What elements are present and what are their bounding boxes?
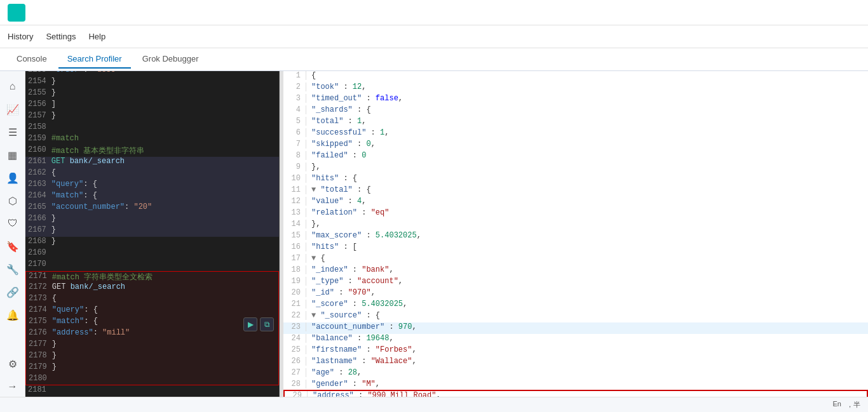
status-right: En ，半 <box>833 400 860 409</box>
output-line-number: 3 <box>283 94 306 103</box>
output-line-number: 25 <box>283 345 306 354</box>
sidebar-icon-tools[interactable]: 🔧 <box>3 259 23 279</box>
output-line-number: 6 <box>283 128 306 137</box>
editor-line: 2167 } <box>25 225 279 237</box>
expand-icon[interactable]: ▼ <box>311 185 320 194</box>
line-code: "address": "mill" <box>52 328 130 340</box>
output-line-code: "gender" : "M", <box>306 380 380 389</box>
editor-line: 2159#match <box>25 134 279 145</box>
editor-content[interactable]: 21412142#基本查询示例2143GET bank/_search2144{… <box>25 71 279 397</box>
line-code: "query": { <box>51 180 97 191</box>
output-line-number: 18 <box>283 265 306 274</box>
output-line-number: 5 <box>283 117 306 126</box>
output-line-code: "_score" : 5.4032025, <box>306 300 407 309</box>
output-line-number: 13 <box>283 208 306 217</box>
nav-settings[interactable]: Settings <box>46 29 76 44</box>
output-line: 8 "failed" : 0 <box>283 151 868 163</box>
line-number: 2155 <box>25 88 51 100</box>
sidebar-icon-user[interactable]: 👤 <box>3 168 23 188</box>
line-number: 2161 <box>25 157 51 168</box>
output-line-code: "balance" : 19648, <box>306 334 394 343</box>
sidebar-icon-arrow[interactable]: → <box>3 376 23 397</box>
line-number: 2167 <box>25 225 51 237</box>
nav-history[interactable]: History <box>8 29 33 44</box>
run-button[interactable]: ▶ <box>243 317 257 331</box>
sidebar-icon-apps[interactable]: ⬡ <box>3 190 23 211</box>
editor-line: 2180 <box>25 374 279 385</box>
status-bar: En ，半 <box>0 397 868 412</box>
tab-console[interactable]: Console <box>8 50 56 69</box>
line-code: GET bank/_search <box>52 282 125 294</box>
editor-line: 2177 } <box>25 340 279 351</box>
output-line-code: "account_number" : 970, <box>306 322 417 331</box>
editor-line: 2166 } <box>25 214 279 225</box>
sidebar-icon-shield[interactable]: 🛡 <box>3 213 23 234</box>
editor-line: 2164 "match": { <box>25 191 279 203</box>
sidebar-icon-list[interactable]: ☰ <box>3 122 23 142</box>
editor-line: 2173 { <box>25 294 279 305</box>
expand-icon[interactable]: ▼ <box>311 254 320 263</box>
line-number: 2158 <box>25 123 51 134</box>
line-number: 2164 <box>25 191 51 203</box>
editor-line: 2154 } <box>25 77 279 88</box>
sidebar-icon-link[interactable]: 🔗 <box>3 282 23 302</box>
tab-grok-debugger[interactable]: Grok Debugger <box>133 50 208 69</box>
output-line-number: 22 <box>283 311 306 320</box>
sidebar-icon-alert[interactable]: 🔔 <box>3 305 23 325</box>
output-line: 3 "timed_out" : false, <box>283 94 868 105</box>
line-number: 2171 <box>26 272 52 282</box>
output-line: 29 "address" : "990 Mill Road", <box>285 391 867 397</box>
output-line: 21 "_score" : 5.4032025, <box>283 300 868 311</box>
output-line-number: 2 <box>283 83 306 91</box>
output-line-code: "failed" : 0 <box>306 151 366 160</box>
output-line-code: "_type" : "account", <box>306 277 403 286</box>
output-line-code: }, <box>306 163 320 171</box>
editor-line: 2178 } <box>25 351 279 362</box>
copy-button[interactable]: ⧉ <box>260 317 274 331</box>
line-code: } <box>51 111 56 123</box>
tab-search-profiler[interactable]: Search Profiler <box>58 50 131 69</box>
output-line-number: 15 <box>283 231 306 240</box>
app-logo <box>8 4 25 22</box>
line-code: } <box>52 362 57 374</box>
output-line-number: 21 <box>283 300 306 309</box>
editor-line: 2162{ <box>25 168 279 180</box>
line-code: ] <box>51 100 56 111</box>
sidebar-icon-home[interactable]: ⌂ <box>3 76 23 96</box>
sidebar-icon-analytics[interactable]: 📈 <box>3 99 23 119</box>
expand-icon[interactable]: ▼ <box>311 311 320 320</box>
output-line-code: { <box>306 71 316 80</box>
editor-line: 2155 } <box>25 88 279 100</box>
line-number: 2168 <box>25 237 51 248</box>
output-line-code: "lastname" : "Wallace", <box>306 357 417 366</box>
output-line: 26 "lastname" : "Wallace", <box>283 357 868 368</box>
line-number: 2178 <box>26 351 52 362</box>
output-line-number: 29 <box>285 391 308 397</box>
editor-line: 2175 "match": { <box>25 317 279 328</box>
editor-line: 2165 "account_number": "20" <box>25 203 279 214</box>
editor-line: 2179 } <box>25 362 279 374</box>
line-code: } <box>51 77 56 88</box>
line-code: } <box>51 214 56 225</box>
sidebar-icon-bookmark[interactable]: 🔖 <box>3 236 23 256</box>
output-line-code: "took" : 12, <box>306 83 366 91</box>
line-number: 2173 <box>26 294 52 305</box>
output-line-code: }, <box>306 220 320 229</box>
output-line: 16 "hits" : [ <box>283 243 868 254</box>
line-code: } <box>51 88 56 100</box>
sidebar-icon-settings[interactable]: ⚙ <box>3 354 23 374</box>
left-sidebar: ⌂ 📈 ☰ ▦ 👤 ⬡ 🛡 🔖 🔧 🔗 🔔 ⚙ → <box>0 71 25 397</box>
output-line: 10 "hits" : { <box>283 174 868 185</box>
line-number: 2160 <box>25 145 51 157</box>
output-line-number: 19 <box>283 277 306 286</box>
nav-help[interactable]: Help <box>88 29 105 44</box>
editor-line: 2158 <box>25 123 279 134</box>
output-line: 25 "firstname" : "Forbes", <box>283 345 868 357</box>
output-line-number: 23 <box>283 322 306 331</box>
output-line: 9 }, <box>283 163 868 174</box>
output-content[interactable]: 1{2 "took" : 12,3 "timed_out" : false,4 … <box>283 71 868 397</box>
line-code: } <box>52 351 57 362</box>
sidebar-icon-dashboard[interactable]: ▦ <box>3 145 23 165</box>
output-line: 2 "took" : 12, <box>283 83 868 94</box>
output-line-number: 14 <box>283 220 306 229</box>
